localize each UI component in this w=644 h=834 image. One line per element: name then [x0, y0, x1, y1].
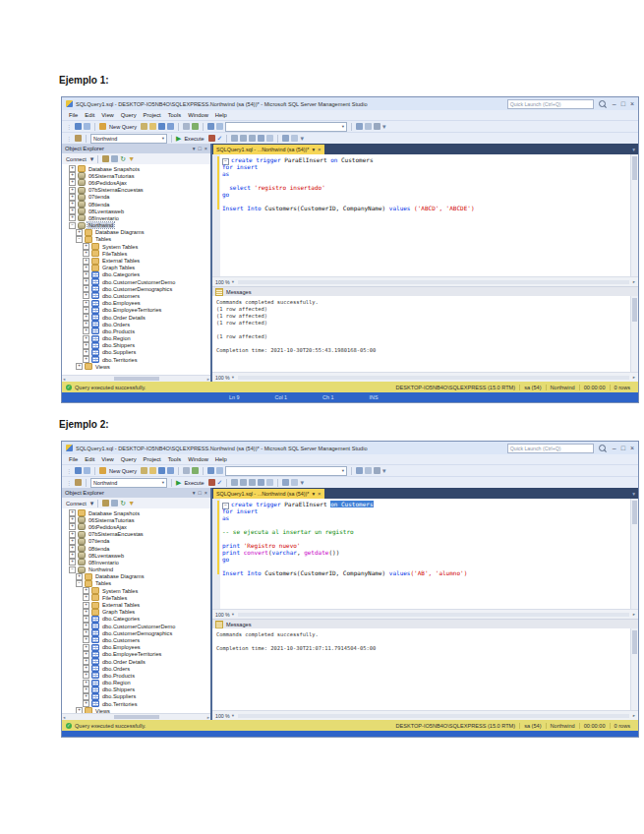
results-to-file-icon[interactable]	[249, 135, 256, 142]
expand-icon[interactable]: +	[76, 363, 83, 370]
expand-icon[interactable]: +	[83, 292, 89, 299]
pin-icon[interactable]: □	[198, 146, 201, 151]
generate-scripts-icon[interactable]	[183, 123, 190, 130]
editor-horizontal-scrollbar[interactable]	[238, 613, 629, 617]
database-combobox[interactable]: Northwind▾	[90, 478, 167, 488]
execute-icon[interactable]: ▶	[176, 135, 181, 142]
menu-item-file[interactable]: File	[69, 112, 78, 118]
expand-icon[interactable]: +	[69, 172, 76, 179]
search-icon[interactable]	[599, 445, 606, 451]
connect-button[interactable]: Connect	[66, 156, 87, 162]
new-query-icon[interactable]	[99, 123, 106, 130]
save-all-icon[interactable]	[167, 467, 174, 474]
toolbar-search-combobox[interactable]: ▾	[225, 466, 347, 476]
tree-item[interactable]: +Graph Tables	[62, 265, 210, 271]
menu-item-project[interactable]: Project	[144, 456, 161, 462]
scroll-right-arrow-icon[interactable]: ▸	[207, 715, 209, 720]
tree-item[interactable]: +dbo.Shippers	[62, 686, 210, 693]
sql-code[interactable]: −create trigger ParaElInsert on Customer…	[220, 499, 630, 609]
tree-item[interactable]: +Database Snapshots	[62, 165, 210, 172]
expand-icon[interactable]: +	[83, 665, 89, 672]
toolbar-overflow-icon[interactable]: ▾	[382, 467, 386, 474]
tree-item[interactable]: +dbo.Territories	[62, 700, 210, 707]
undo-icon[interactable]	[207, 467, 214, 474]
chevron-down-icon[interactable]: ▾	[312, 491, 315, 497]
solution-explorer-icon[interactable]	[356, 467, 363, 474]
close-button[interactable]: ×	[630, 445, 634, 451]
expand-icon[interactable]: +	[83, 243, 89, 250]
new-query-icon[interactable]	[99, 467, 106, 474]
menu-item-query[interactable]: Query	[121, 456, 137, 462]
close-icon[interactable]: ×	[205, 146, 207, 151]
open-file-icon[interactable]	[149, 123, 156, 130]
stop-icon[interactable]	[111, 500, 118, 506]
scroll-left-arrow-icon[interactable]: ◂	[63, 377, 65, 382]
tree-item[interactable]: +dbo.Categories	[62, 271, 210, 278]
tree-item[interactable]: +dbo.Shippers	[62, 342, 210, 349]
menu-item-edit[interactable]: Edit	[85, 112, 94, 118]
collapse-icon[interactable]: −	[76, 580, 83, 587]
collapse-icon[interactable]: −	[76, 236, 83, 243]
close-icon[interactable]: ×	[205, 490, 207, 496]
tree-item[interactable]: +dbo.Suppliers	[62, 693, 210, 700]
tree-item[interactable]: −Northwind	[62, 566, 210, 573]
tree-item[interactable]: +dbo.Order Details	[62, 658, 210, 665]
tree-horizontal-scrollbar[interactable]: ◂▸	[62, 713, 210, 720]
tree-item[interactable]: +06SistemaTutorias	[62, 172, 210, 179]
connect-button[interactable]: Connect	[66, 501, 87, 506]
tree-item[interactable]: +dbo.Customers	[62, 636, 210, 643]
menu-item-file[interactable]: File	[69, 456, 78, 462]
expand-icon[interactable]: +	[83, 594, 89, 601]
results-to-grid-icon[interactable]	[240, 135, 247, 142]
expand-icon[interactable]: +	[83, 672, 89, 679]
expand-icon[interactable]: +	[83, 609, 89, 616]
tree-item[interactable]: +System Tables	[62, 243, 210, 250]
tree-item[interactable]: +dbo.Employees	[62, 300, 210, 307]
open-file-icon[interactable]	[149, 467, 156, 474]
expand-icon[interactable]: +	[69, 523, 76, 530]
expand-icon[interactable]: +	[83, 314, 89, 321]
results-to-file-icon[interactable]	[249, 479, 256, 486]
tree-item[interactable]: −Tables	[62, 580, 210, 587]
disconnect-icon[interactable]	[102, 500, 109, 506]
tree-item[interactable]: +dbo.Products	[62, 328, 210, 334]
menu-item-help[interactable]: Help	[215, 456, 227, 462]
expand-icon[interactable]: +	[83, 265, 89, 271]
tree-item[interactable]: +dbo.Territories	[62, 356, 210, 363]
sql-editor[interactable]: −create trigger ParaElInsert on Customer…	[212, 154, 638, 276]
redo-icon[interactable]	[216, 123, 223, 130]
tree-item[interactable]: +08Lventasweb	[62, 552, 210, 559]
expand-icon[interactable]: +	[83, 342, 89, 349]
chevron-down-icon[interactable]: ▾	[90, 155, 94, 162]
scrollbar-thumb[interactable]	[632, 298, 637, 322]
minimize-button[interactable]: –	[613, 100, 616, 107]
scroll-left-arrow-icon[interactable]: ◂	[63, 715, 65, 720]
results-to-text-icon[interactable]	[231, 135, 238, 142]
quick-launch-input[interactable]: Quick Launch (Ctrl+Q)	[507, 99, 594, 109]
decrease-indent-icon[interactable]	[282, 135, 289, 142]
menu-item-tools[interactable]: Tools	[168, 456, 182, 462]
refresh-icon[interactable]: ↻	[120, 155, 126, 162]
expand-icon[interactable]: +	[69, 559, 76, 566]
menu-item-project[interactable]: Project	[144, 112, 161, 118]
expand-icon[interactable]: +	[69, 179, 76, 186]
chevron-down-icon[interactable]: ▾	[312, 147, 315, 152]
tree-item[interactable]: +dbo.Products	[62, 672, 210, 679]
tab-close-icon[interactable]: ×	[318, 491, 322, 497]
pane-menu-icon[interactable]: ▾	[193, 490, 196, 496]
tree-item[interactable]: +08Lventasweb	[62, 208, 210, 214]
properties-window-icon[interactable]	[365, 123, 372, 130]
tree-item[interactable]: +dbo.Categories	[62, 616, 210, 623]
scrollbar-thumb[interactable]	[632, 156, 637, 180]
increase-indent-icon[interactable]	[291, 135, 298, 142]
scrollbar-thumb[interactable]	[632, 630, 637, 654]
scrollbar-thumb[interactable]	[114, 715, 159, 719]
expand-icon[interactable]: +	[83, 271, 89, 278]
editor-vertical-scrollbar[interactable]	[630, 499, 638, 609]
expand-icon[interactable]: +	[83, 680, 89, 686]
editor-zoom-value[interactable]: 100 %	[215, 279, 230, 285]
tree-item[interactable]: +dbo.Region	[62, 680, 210, 686]
scrollbar-thumb[interactable]	[114, 377, 159, 381]
tree-item[interactable]: +Views	[62, 707, 210, 713]
comment-selection-icon[interactable]	[258, 479, 264, 486]
